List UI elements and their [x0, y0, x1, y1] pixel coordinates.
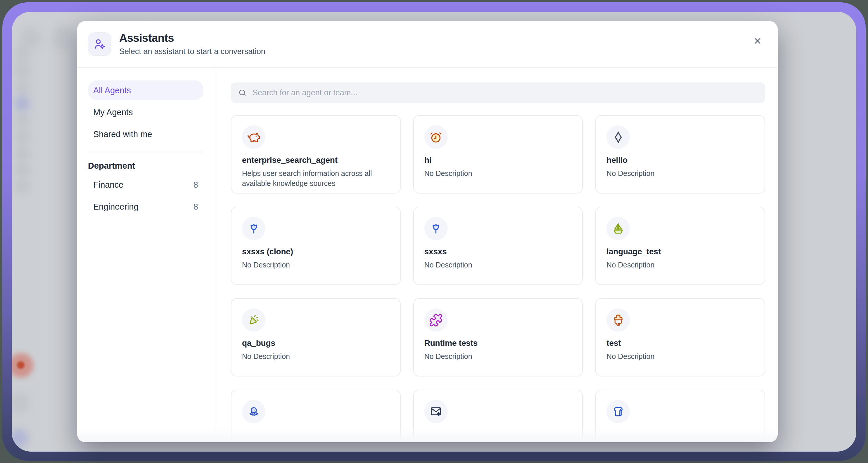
agent-avatar: [607, 308, 630, 332]
close-icon: [752, 36, 763, 46]
agent-description: No Description: [607, 352, 754, 362]
agent-name: [424, 430, 572, 438]
screen: Assistants Select an assistant to start …: [0, 0, 868, 463]
agent-description: Helps user search information across all…: [242, 169, 390, 188]
search-icon: [238, 88, 247, 97]
sidebar: All Agents My Agents Shared with me Depa…: [77, 68, 216, 442]
agent-name: [607, 430, 754, 438]
department-count: 8: [193, 202, 198, 212]
agent-description: No Description: [607, 260, 754, 270]
agent-name: enterprise_search_agent: [242, 155, 390, 165]
agent-name: hi: [424, 155, 572, 165]
blurred-background-blob: [14, 179, 30, 195]
dialog-body: All Agents My Agents Shared with me Depa…: [77, 68, 778, 442]
agent-card[interactable]: Runtime tests No Description: [413, 298, 583, 376]
piggy-bank-icon: [247, 130, 261, 144]
user-sparkle-icon: [93, 37, 106, 51]
agent-name: language_test: [607, 247, 754, 256]
agent-avatar: [607, 217, 630, 240]
agent-description: No Description: [242, 352, 390, 362]
agent-avatar: [607, 400, 630, 423]
dialog-header: Assistants Select an assistant to start …: [77, 21, 778, 68]
agent-description: No Description: [424, 352, 572, 362]
agent-avatar: [424, 125, 448, 149]
agent-card[interactable]: test No Description: [595, 298, 765, 376]
agent-name: [242, 430, 390, 438]
agent-description: No Description: [242, 260, 390, 270]
agent-avatar: [424, 308, 448, 332]
mail-sparkle-icon: [429, 405, 443, 419]
agent-description: No Description: [607, 169, 754, 179]
agent-card[interactable]: helllo No Description: [595, 115, 765, 193]
sidebar-item-label: All Agents: [93, 86, 131, 95]
sidebar-item-my-agents[interactable]: My Agents: [88, 102, 204, 122]
tulip-icon: [429, 222, 443, 236]
agent-name: sxsxs (clone): [242, 247, 390, 256]
blurred-background-blob: [53, 26, 76, 50]
agent-avatar: [424, 400, 448, 423]
tulip-icon: [247, 222, 261, 236]
agent-avatar: [242, 125, 266, 149]
agent-card[interactable]: hi No Description: [413, 115, 583, 193]
sailboat-icon: [611, 222, 625, 236]
sidebar-item-label: My Agents: [93, 107, 133, 117]
assistants-dialog: Assistants Select an assistant to start …: [77, 21, 778, 442]
octopus-icon: [247, 405, 261, 419]
agent-avatar: [242, 217, 266, 240]
agent-avatar: [424, 217, 448, 240]
sidebar-item-finance[interactable]: Finance 8: [88, 175, 204, 195]
agent-card[interactable]: [231, 390, 401, 442]
agent-description: No Description: [424, 169, 572, 179]
sidebar-item-engineering[interactable]: Engineering 8: [88, 197, 204, 217]
blurred-background-blob: [14, 162, 30, 178]
agent-card[interactable]: language_test No Description: [595, 207, 765, 285]
agent-card[interactable]: sxsxs (clone) No Description: [231, 207, 401, 285]
paintbrush-icon: [611, 313, 625, 327]
agent-name: test: [607, 338, 754, 348]
department-label: Finance: [93, 180, 123, 190]
sidebar-item-shared-with-me[interactable]: Shared with me: [88, 124, 204, 144]
department-count: 8: [193, 180, 198, 190]
blurred-background-blob: [14, 62, 30, 78]
search-bar[interactable]: [231, 83, 765, 103]
puzzle-icon: [429, 313, 443, 327]
department-section-title: Department: [88, 161, 204, 171]
agent-card[interactable]: enterprise_search_agent Helps user searc…: [231, 115, 401, 193]
agent-description: No Description: [424, 260, 572, 270]
agent-avatar: [607, 125, 630, 149]
agent-card[interactable]: [595, 390, 765, 442]
dialog-icon-tile: [88, 32, 111, 56]
megaphone-icon: [247, 313, 261, 327]
agent-name: sxsxs: [424, 247, 572, 256]
close-button[interactable]: [749, 32, 766, 50]
dialog-subtitle: Select an assistant to start a conversat…: [119, 47, 266, 56]
agents-panel: enterprise_search_agent Helps user searc…: [216, 68, 778, 442]
dialog-header-text: Assistants Select an assistant to start …: [119, 32, 266, 56]
blurred-background-blob: [14, 79, 30, 95]
blurred-background-blob: [14, 45, 30, 62]
blurred-notification-dot: [17, 361, 25, 369]
blurred-background-blob: [14, 129, 30, 145]
search-input[interactable]: [252, 88, 758, 98]
agents-grid: enterprise_search_agent Helps user searc…: [231, 115, 765, 442]
agent-card[interactable]: qa_bugs No Description: [231, 298, 401, 376]
blurred-background-blob: [14, 95, 30, 112]
blurred-background-blob: [12, 393, 29, 412]
agent-name: Runtime tests: [424, 338, 572, 348]
blurred-background-blob: [14, 145, 30, 162]
alarm-clock-icon: [429, 130, 443, 144]
sidebar-item-all-agents[interactable]: All Agents: [88, 81, 204, 100]
agent-card[interactable]: sxsxs No Description: [413, 207, 583, 285]
agent-card[interactable]: [413, 390, 583, 442]
agent-avatar: [242, 308, 266, 332]
diamond-icon: [611, 130, 625, 144]
agent-avatar: [242, 400, 266, 423]
sidebar-divider: [88, 152, 204, 152]
sidebar-item-label: Shared with me: [93, 129, 152, 139]
blurred-background-blob: [14, 112, 30, 128]
dialog-title: Assistants: [119, 32, 266, 44]
department-label: Engineering: [93, 202, 138, 212]
agent-name: helllo: [607, 155, 754, 165]
bread-icon: [611, 405, 625, 419]
agent-name: qa_bugs: [242, 338, 390, 348]
